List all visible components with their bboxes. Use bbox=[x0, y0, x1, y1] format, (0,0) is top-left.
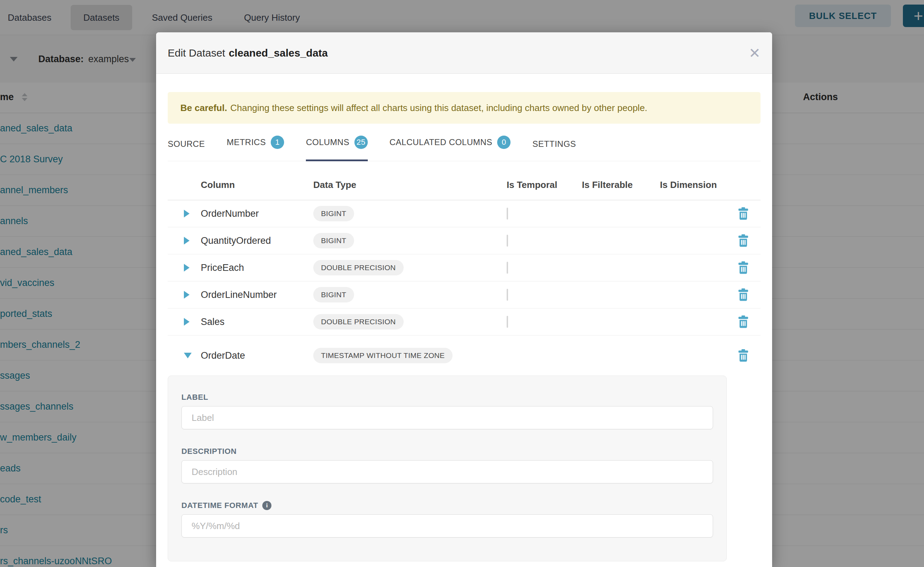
expand-caret-icon[interactable] bbox=[184, 264, 190, 272]
label-field: LABEL bbox=[181, 393, 713, 429]
data-type-header: Data Type bbox=[313, 180, 507, 190]
column-row-orderdate: OrderDate TIMESTAMP WITHOUT TIME ZONE bbox=[168, 336, 760, 375]
modal-dataset-name: cleaned_sales_data bbox=[229, 47, 328, 58]
column-row-sales: Sales DOUBLE PRECISION bbox=[168, 309, 760, 336]
data-type-pill: DOUBLE PRECISION bbox=[313, 260, 403, 275]
description-input[interactable] bbox=[181, 460, 713, 483]
column-name: Sales bbox=[201, 316, 313, 327]
expand-caret-icon[interactable] bbox=[184, 291, 190, 298]
warning-bold: Be careful. bbox=[181, 103, 227, 114]
is-temporal-checkbox[interactable] bbox=[507, 235, 508, 247]
tab-calculated-columns[interactable]: CALCULATED COLUMNS 0 bbox=[390, 136, 511, 161]
delete-column-icon[interactable] bbox=[738, 315, 749, 328]
modal-header: Edit Datasetcleaned_sales_data ✕ bbox=[156, 32, 772, 74]
modal-title-prefix: Edit Dataset bbox=[168, 47, 225, 58]
calculated-columns-count-badge: 0 bbox=[497, 136, 510, 149]
label-input[interactable] bbox=[181, 406, 713, 429]
delete-column-icon[interactable] bbox=[738, 261, 749, 274]
expand-caret-icon[interactable] bbox=[184, 318, 190, 326]
column-header: Column bbox=[201, 180, 313, 190]
datetime-format-field: DATETIME FORMAT i bbox=[181, 502, 713, 537]
is-temporal-checkbox[interactable] bbox=[507, 262, 508, 274]
delete-column-icon[interactable] bbox=[738, 234, 749, 247]
delete-column-icon[interactable] bbox=[738, 207, 749, 220]
label-field-label: LABEL bbox=[181, 393, 713, 401]
column-row-priceeach: PriceEach DOUBLE PRECISION bbox=[168, 254, 760, 281]
tab-settings[interactable]: SETTINGS bbox=[532, 139, 576, 161]
is-temporal-checkbox[interactable] bbox=[507, 208, 508, 220]
warning-banner: Be careful. Changing these settings will… bbox=[168, 92, 760, 124]
metrics-count-badge: 1 bbox=[271, 136, 284, 149]
is-temporal-checkbox[interactable] bbox=[507, 316, 508, 328]
column-row-orderlinenumber: OrderLineNumber BIGINT bbox=[168, 281, 760, 309]
data-type-pill: BIGINT bbox=[313, 233, 354, 248]
tab-source[interactable]: SOURCE bbox=[168, 139, 205, 161]
is-temporal-header: Is Temporal bbox=[507, 180, 582, 190]
delete-column-icon[interactable] bbox=[738, 349, 749, 362]
expand-caret-icon[interactable] bbox=[184, 210, 190, 218]
data-type-pill: BIGINT bbox=[313, 287, 354, 303]
delete-column-icon[interactable] bbox=[738, 288, 749, 301]
column-name: OrderLineNumber bbox=[201, 290, 313, 300]
column-name: OrderNumber bbox=[201, 208, 313, 219]
data-type-pill: TIMESTAMP WITHOUT TIME ZONE bbox=[313, 348, 453, 363]
info-icon[interactable]: i bbox=[262, 501, 271, 510]
column-row-quantityordered: QuantityOrdered BIGINT bbox=[168, 227, 760, 254]
tab-label: COLUMNS bbox=[306, 137, 349, 147]
tab-label: METRICS bbox=[227, 137, 266, 147]
data-type-pill: DOUBLE PRECISION bbox=[313, 314, 403, 330]
modal-body: Be careful. Changing these settings will… bbox=[156, 92, 772, 561]
description-field: DESCRIPTION bbox=[181, 447, 713, 483]
tab-columns[interactable]: COLUMNS 25 bbox=[306, 136, 368, 161]
is-dimension-header: Is Dimension bbox=[660, 180, 738, 190]
expand-caret-icon[interactable] bbox=[184, 237, 190, 244]
warning-text: Changing these settings will affect all … bbox=[230, 103, 647, 114]
modal-tabs: SOURCE METRICS 1 COLUMNS 25 CALCULATED C… bbox=[168, 124, 760, 161]
columns-count-badge: 25 bbox=[354, 136, 368, 149]
column-name: PriceEach bbox=[201, 262, 313, 273]
edit-dataset-modal: Edit Datasetcleaned_sales_data ✕ Be care… bbox=[156, 32, 772, 567]
modal-title: Edit Datasetcleaned_sales_data bbox=[168, 47, 328, 59]
column-name: QuantityOrdered bbox=[201, 236, 313, 246]
tab-label: SETTINGS bbox=[532, 139, 576, 149]
is-filterable-header: Is Filterable bbox=[582, 180, 660, 190]
close-icon[interactable]: ✕ bbox=[749, 46, 760, 60]
datetime-format-label: DATETIME FORMAT bbox=[181, 501, 258, 510]
description-field-label: DESCRIPTION bbox=[181, 447, 713, 455]
columns-table-header: Column Data Type Is Temporal Is Filterab… bbox=[168, 161, 760, 200]
tab-label: SOURCE bbox=[168, 139, 205, 149]
column-row-ordernumber: OrderNumber BIGINT bbox=[168, 200, 760, 227]
is-temporal-checkbox[interactable] bbox=[507, 289, 508, 301]
tab-metrics[interactable]: METRICS 1 bbox=[227, 136, 284, 161]
collapse-caret-icon[interactable] bbox=[184, 353, 192, 358]
datetime-format-input[interactable] bbox=[181, 514, 713, 537]
column-name: OrderDate bbox=[201, 350, 313, 361]
column-detail-editor: LABEL DESCRIPTION DATETIME FORMAT i bbox=[168, 375, 727, 561]
tab-label: CALCULATED COLUMNS bbox=[390, 137, 493, 147]
data-type-pill: BIGINT bbox=[313, 206, 354, 221]
